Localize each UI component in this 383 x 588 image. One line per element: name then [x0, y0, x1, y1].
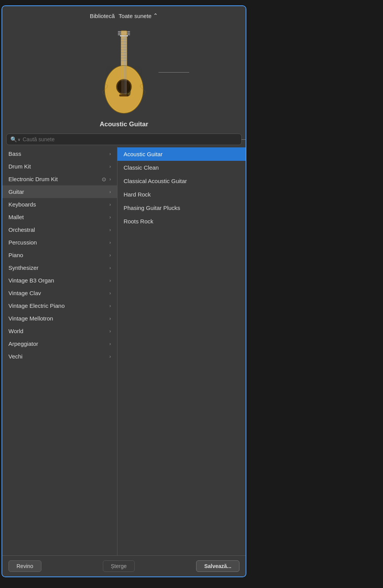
- category-label-vechi: Vechi: [8, 353, 23, 360]
- category-label-vintage-mellotron: Vintage Mellotron: [8, 315, 53, 322]
- svg-rect-6: [127, 34, 130, 35]
- chevron-icon-keyboards: ›: [109, 202, 111, 207]
- category-item-left-drum-kit: Drum Kit: [8, 163, 31, 170]
- category-item-percussion[interactable]: Percussion›: [2, 236, 117, 249]
- category-item-bass[interactable]: Bass›: [2, 147, 117, 160]
- content-area: Bass›Drum Kit›Electronic Drum Kit⊙›Guita…: [2, 147, 246, 555]
- category-item-left-percussion: Percussion: [8, 239, 37, 246]
- dropdown-label: Toate sunete: [119, 13, 152, 19]
- category-label-drum-kit: Drum Kit: [8, 163, 31, 170]
- category-item-left-vintage-clav: Vintage Clav: [8, 290, 41, 296]
- dropdown-arrow-icon: ⌃: [153, 12, 158, 19]
- category-label-bass: Bass: [8, 150, 21, 157]
- categories-list: Bass›Drum Kit›Electronic Drum Kit⊙›Guita…: [2, 147, 117, 555]
- library-panel: Bibliotecă Toate sunete ⌃: [2, 5, 246, 577]
- category-item-vintage-electric-piano[interactable]: Vintage Electric Piano›: [2, 299, 117, 312]
- chevron-icon-guitar: ›: [109, 189, 111, 195]
- chevron-icon-vintage-electric-piano: ›: [109, 303, 111, 309]
- delete-button[interactable]: Șterge: [103, 560, 135, 572]
- chevron-icon-piano: ›: [109, 253, 111, 258]
- guitar-image-container: [82, 26, 166, 118]
- chevron-icon-mallet: ›: [109, 215, 111, 220]
- category-item-left-piano: Piano: [8, 252, 23, 258]
- svg-rect-1: [118, 31, 121, 32]
- search-bar[interactable]: 🔍 ∨: [6, 134, 242, 145]
- revert-button[interactable]: Revino: [8, 560, 41, 572]
- category-item-left-vintage-b3-organ: Vintage B3 Organ: [8, 277, 54, 284]
- category-label-percussion: Percussion: [8, 239, 37, 246]
- search-dropdown-chevron[interactable]: ∨: [18, 137, 20, 142]
- guitar-connector-line: [158, 72, 189, 73]
- chevron-icon-arpeggiator: ›: [109, 341, 111, 347]
- category-item-arpeggiator[interactable]: Arpeggiator›: [2, 337, 117, 350]
- sub-item-classical-acoustic-guitar[interactable]: Classical Acoustic Guitar: [117, 174, 246, 188]
- search-input[interactable]: [23, 136, 238, 142]
- category-item-left-orchestral: Orchestral: [8, 226, 35, 233]
- sub-item-roots-rock[interactable]: Roots Rock: [117, 215, 246, 228]
- category-item-vintage-mellotron[interactable]: Vintage Mellotron›: [2, 312, 117, 325]
- instrument-display: Acoustic Guitar: [2, 22, 246, 134]
- chevron-icon-orchestral: ›: [109, 227, 111, 233]
- chevron-icon-percussion: ›: [109, 240, 111, 245]
- svg-rect-4: [127, 33, 130, 34]
- bottom-bar: Revino Șterge Salvează...: [2, 555, 246, 576]
- sound-type-dropdown[interactable]: Toate sunete ⌃: [119, 12, 158, 19]
- category-label-vintage-b3-organ: Vintage B3 Organ: [8, 277, 54, 284]
- category-item-mallet[interactable]: Mallet›: [2, 211, 117, 223]
- save-button[interactable]: Salvează...: [196, 560, 239, 572]
- search-icon: 🔍: [10, 136, 17, 142]
- chevron-icon-world: ›: [109, 329, 111, 334]
- category-label-world: World: [8, 328, 23, 334]
- category-item-left-vechi: Vechi: [8, 353, 23, 360]
- category-item-synthesizer[interactable]: Synthesizer›: [2, 261, 117, 274]
- svg-rect-0: [121, 31, 127, 35]
- category-item-left-arpeggiator: Arpeggiator: [8, 340, 38, 347]
- category-item-world[interactable]: World›: [2, 325, 117, 337]
- category-item-vintage-clav[interactable]: Vintage Clav›: [2, 287, 117, 299]
- category-item-left-bass: Bass: [8, 150, 21, 157]
- bottom-connector-line: [246, 566, 246, 567]
- category-label-vintage-electric-piano: Vintage Electric Piano: [8, 302, 64, 309]
- category-label-electronic-drum-kit: Electronic Drum Kit: [8, 176, 58, 182]
- category-item-piano[interactable]: Piano›: [2, 249, 117, 261]
- guitar-illustration: [89, 30, 158, 114]
- sub-item-classic-clean[interactable]: Classic Clean: [117, 161, 246, 174]
- category-item-keyboards[interactable]: Keyboards›: [2, 198, 117, 211]
- chevron-icon-vechi: ›: [109, 354, 111, 359]
- sub-item-hard-rock[interactable]: Hard Rock: [117, 188, 246, 201]
- chevron-icon-electronic-drum-kit: ›: [109, 177, 111, 182]
- category-item-electronic-drum-kit[interactable]: Electronic Drum Kit⊙›: [2, 173, 117, 185]
- category-item-left-synthesizer: Synthesizer: [8, 264, 38, 271]
- svg-rect-5: [118, 34, 121, 35]
- sub-item-phasing-guitar-plucks[interactable]: Phasing Guitar Plucks: [117, 201, 246, 215]
- library-label: Bibliotecă: [90, 13, 115, 19]
- svg-rect-7: [120, 35, 128, 36]
- category-label-guitar: Guitar: [8, 188, 24, 195]
- chevron-icon-bass: ›: [109, 151, 111, 157]
- svg-rect-3: [127, 31, 130, 32]
- category-label-vintage-clav: Vintage Clav: [8, 290, 41, 296]
- svg-rect-2: [118, 33, 121, 34]
- category-label-keyboards: Keyboards: [8, 201, 36, 208]
- category-item-guitar[interactable]: Guitar›: [2, 185, 117, 198]
- category-label-orchestral: Orchestral: [8, 226, 35, 233]
- category-label-mallet: Mallet: [8, 214, 24, 220]
- chevron-icon-vintage-clav: ›: [109, 291, 111, 296]
- category-item-vintage-b3-organ[interactable]: Vintage B3 Organ›: [2, 274, 117, 287]
- category-label-piano: Piano: [8, 252, 23, 258]
- category-item-left-guitar: Guitar: [8, 188, 24, 195]
- chevron-icon-vintage-b3-organ: ›: [109, 278, 111, 283]
- category-item-left-vintage-mellotron: Vintage Mellotron: [8, 315, 53, 322]
- category-item-drum-kit[interactable]: Drum Kit›: [2, 160, 117, 173]
- category-item-vechi[interactable]: Vechi›: [2, 350, 117, 363]
- download-icon-electronic-drum-kit: ⊙: [102, 176, 106, 182]
- category-item-left-electronic-drum-kit: Electronic Drum Kit: [8, 176, 58, 182]
- sub-item-acoustic-guitar[interactable]: Acoustic Guitar: [117, 147, 246, 161]
- category-item-orchestral[interactable]: Orchestral›: [2, 223, 117, 236]
- search-connector-line: [241, 139, 246, 140]
- chevron-icon-synthesizer: ›: [109, 265, 111, 271]
- chevron-icon-drum-kit: ›: [109, 164, 111, 169]
- category-item-left-keyboards: Keyboards: [8, 201, 36, 208]
- instrument-name-label: Acoustic Guitar: [100, 121, 149, 128]
- category-label-synthesizer: Synthesizer: [8, 264, 38, 271]
